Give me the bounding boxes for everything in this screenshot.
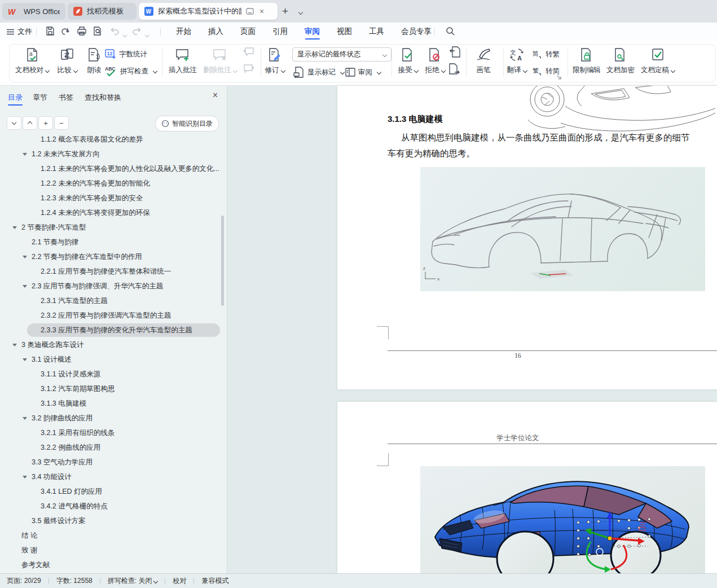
toc-item-9[interactable]: 2.2.1 应用节奏与韵律使汽车整体和谐统一: [0, 264, 222, 279]
toc-item-13[interactable]: 2.3.3 应用节奏与韵律的变化升华汽车造型的主题: [0, 323, 222, 337]
svg-text:W: W: [8, 7, 16, 16]
reject-icon: [421, 45, 449, 62]
toc-item-18[interactable]: 3.1.3 电脑建模: [0, 396, 222, 411]
file-menu-button[interactable]: 文件: [7, 23, 32, 41]
menu-tab-7[interactable]: 会员专享: [398, 23, 435, 41]
toc-item-3[interactable]: 1.2.2 未来的汽车将会更加的智能化: [0, 176, 222, 191]
pane-tab-3[interactable]: 查找和替换: [85, 90, 121, 105]
finalize-button[interactable]: 文档定稿: [637, 45, 678, 80]
document-canvas[interactable]: 3.1.3 电脑建模 从草图构思到电脑建模，从一条曲线乃至曲面的形成，是汽车有更…: [227, 86, 717, 573]
prev-revision-button[interactable]: [449, 46, 461, 58]
show-markup-button[interactable]: 显示标记: [293, 65, 344, 79]
toc-item-2[interactable]: 1.2.1 未来的汽车将会更加的人性化以及融入更多的文化...: [0, 161, 222, 176]
save-icon[interactable]: [45, 26, 56, 37]
browser-tab-2[interactable]: W探索概念车造型设计中的韵律×: [139, 3, 278, 20]
toc-item-1[interactable]: 1.2 未来汽车发展方向: [0, 147, 222, 161]
reject-button[interactable]: 拒绝: [421, 45, 449, 80]
toc-item-29[interactable]: 参考文献: [0, 558, 222, 571]
toc-item-23[interactable]: 3.4 功能设计: [0, 469, 222, 484]
toc-item-14[interactable]: 3 奥迪概念跑车设计: [0, 337, 222, 352]
collapse-prev-button[interactable]: [23, 116, 37, 130]
brush-button[interactable]: 画笔: [469, 45, 498, 80]
pane-tab-0[interactable]: 目录: [8, 90, 23, 105]
page-header: 学士学位论文: [461, 433, 574, 443]
menu-tab-0[interactable]: 开始: [173, 23, 195, 41]
toc-item-5[interactable]: 1.2.4 未来的汽车将变得更加的环保: [0, 205, 222, 220]
prev-comment-button[interactable]: [243, 46, 255, 58]
translate-button[interactable]: 文 A 翻译: [502, 45, 531, 80]
expand-all-button[interactable]: +: [38, 116, 53, 130]
toc-item-label: 3.1 设计概述: [0, 352, 222, 367]
expand-next-button[interactable]: [7, 116, 21, 130]
toc-item-0[interactable]: 1.1.2 概念车表现各国文化的差异: [0, 132, 222, 147]
track-changes-button[interactable]: 修订: [258, 45, 291, 80]
next-comment-button[interactable]: [243, 63, 255, 74]
toc-item-21[interactable]: 3.2.2 例曲线的应用: [0, 440, 222, 455]
float-window-icon[interactable]: [246, 8, 254, 15]
insert-comment-button[interactable]: 插入批注: [165, 45, 200, 80]
toc-item-16[interactable]: 3.1.1 设计灵感来源: [0, 367, 222, 381]
to-simplified-button[interactable]: 繁 转简: [533, 64, 560, 78]
collapse-all-button[interactable]: −: [54, 116, 69, 130]
menu-tab-2[interactable]: 页面: [237, 23, 259, 41]
toc-item-label: 2.2.1 应用节奏与韵律使汽车整体和谐统一: [0, 264, 222, 279]
close-tab-icon[interactable]: ×: [259, 7, 264, 16]
delete-comment-button[interactable]: 删除批注: [201, 45, 239, 80]
toc-item-22[interactable]: 3.3 空气动力学应用: [0, 455, 222, 469]
review-pane-button[interactable]: 审阅: [345, 65, 381, 79]
menu-tab-5[interactable]: 视图: [333, 23, 355, 41]
smart-toc-button[interactable]: 智能识别目录: [155, 116, 219, 131]
new-tab-button[interactable]: +: [282, 5, 288, 18]
redo-icon[interactable]: [132, 26, 143, 37]
toc-item-6[interactable]: 2 节奏韵律-汽车造型: [0, 220, 222, 235]
pane-tab-2[interactable]: 书签: [59, 90, 73, 105]
spell-check-button[interactable]: ABC 拼写检查: [105, 64, 157, 78]
toc-item-26[interactable]: 3.5 最终设计方案: [0, 514, 222, 528]
svg-text:a: a: [29, 51, 33, 57]
toc-item-25[interactable]: 3.4.2 进气格栅的特点: [0, 499, 222, 514]
next-revision-button[interactable]: [449, 63, 461, 74]
menu-tab-4[interactable]: 审阅: [301, 23, 323, 41]
toc-item-17[interactable]: 3.1.2 汽车前期草图构思: [0, 381, 222, 396]
tab-list-chevron-icon[interactable]: [297, 7, 302, 17]
paragraph-line-2: 车有更为精确的思考。: [388, 148, 475, 160]
toc-item-12[interactable]: 2.3.2 应用节奏与韵律强调汽车造型的主题: [0, 308, 222, 323]
toc-item-15[interactable]: 3.1 设计概述: [0, 352, 222, 367]
undo-icon[interactable]: [109, 26, 121, 37]
accept-button[interactable]: 接受: [394, 45, 422, 80]
toc-item-10[interactable]: 2.3 应用节奏与韵律强调、升华汽车的主题: [0, 279, 222, 293]
toc-item-20[interactable]: 3.2.1 采用有组织的线条: [0, 425, 222, 440]
encrypt-button[interactable]: 文档加密: [604, 45, 637, 80]
browser-tab-0[interactable]: WWPS Office: [2, 3, 65, 20]
group-expand-icon[interactable]: [556, 74, 562, 80]
undo-dropdown-icon[interactable]: [121, 30, 126, 40]
toc-item-28[interactable]: 致 谢: [0, 543, 222, 558]
toc-item-27[interactable]: 结 论: [0, 528, 222, 543]
search-icon[interactable]: [446, 27, 455, 36]
print-preview-icon[interactable]: [93, 26, 104, 37]
toc-item-11[interactable]: 2.3.1 汽车造型的主题: [0, 293, 222, 308]
pane-tab-1[interactable]: 章节: [33, 90, 47, 105]
to-traditional-button[interactable]: 简 转繁: [533, 47, 560, 61]
proof-button[interactable]: 校对: [173, 576, 186, 586]
spell-check-status[interactable]: 拼写检查: 关闭: [108, 576, 158, 586]
browser-tab-1[interactable]: 找稻壳模板: [68, 3, 137, 20]
toc-item-19[interactable]: 3.2 韵律曲线的应用: [0, 411, 222, 425]
export-pdf-icon[interactable]: [61, 26, 72, 37]
toc-item-24[interactable]: 3.4.1 LED 灯的应用: [0, 484, 222, 499]
toc-item-7[interactable]: 2.1 节奏与韵律: [0, 235, 222, 249]
redo-dropdown-icon[interactable]: [143, 30, 149, 40]
print-icon[interactable]: [77, 26, 88, 37]
insert-comment-label: 插入批注: [165, 65, 200, 75]
toc-item-4[interactable]: 1.2.3 未来的汽车将会更加的安全: [0, 191, 222, 205]
restrict-edit-button[interactable]: 限制编辑: [570, 45, 604, 80]
word-count-button[interactable]: 12 字数统计: [105, 47, 147, 61]
close-pane-icon[interactable]: ×: [213, 90, 218, 100]
menu-tab-3[interactable]: 引用: [269, 23, 291, 41]
toc-item-8[interactable]: 2.2 节奏与韵律在汽车造型中的作用: [0, 249, 222, 264]
divider: [100, 578, 100, 585]
menu-tab-6[interactable]: 工具: [366, 23, 388, 41]
doc-proof-button[interactable]: a 文档校对: [15, 45, 50, 80]
menu-tab-1[interactable]: 插入: [205, 23, 227, 41]
markup-state-dropdown[interactable]: 显示标记的最终状态: [292, 47, 392, 62]
